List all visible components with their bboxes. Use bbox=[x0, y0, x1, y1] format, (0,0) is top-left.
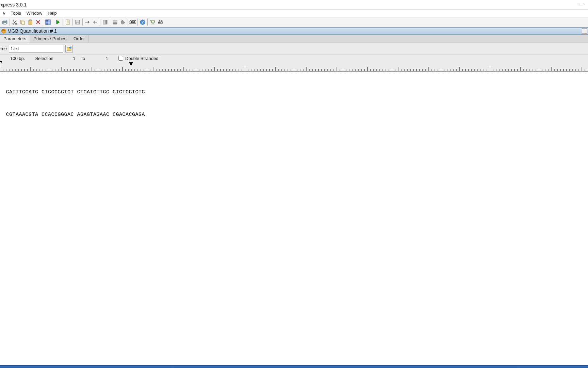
svg-rect-6 bbox=[22, 21, 24, 25]
menubar: v Tools Window Help bbox=[0, 10, 588, 17]
print-button[interactable] bbox=[1, 18, 9, 26]
svg-point-20 bbox=[152, 23, 153, 24]
registered-icon bbox=[1, 29, 6, 33]
selection-info-row: 100 bp. Selection 1 to 1 Double Stranded bbox=[0, 55, 588, 62]
svg-point-21 bbox=[153, 23, 154, 24]
browse-file-button[interactable] bbox=[65, 45, 73, 52]
separator bbox=[63, 19, 63, 26]
window-title: xpress 3.0.1 bbox=[0, 2, 27, 7]
selection-label: Selection bbox=[35, 56, 53, 61]
separator bbox=[53, 19, 53, 26]
name-label: me bbox=[1, 46, 7, 51]
menu-window[interactable]: Window bbox=[24, 10, 45, 16]
svg-rect-13 bbox=[77, 22, 79, 24]
double-stranded-label: Double Stranded bbox=[125, 56, 159, 61]
menu-view[interactable]: v bbox=[1, 10, 8, 16]
svg-rect-17 bbox=[113, 22, 117, 24]
export-button[interactable] bbox=[119, 18, 127, 26]
titlebar: xpress 3.0.1 — bbox=[0, 0, 588, 10]
separator bbox=[43, 19, 43, 26]
sequence-line-1: CATTTGCATG GTGGCCCTGT CTCATCTTGG CTCTGCT… bbox=[3, 89, 585, 96]
document-title-bar: MGB Quantification # 1 bbox=[0, 27, 588, 35]
separator bbox=[10, 19, 10, 26]
back-button[interactable] bbox=[92, 18, 99, 26]
svg-point-3 bbox=[13, 23, 14, 25]
copy-button[interactable] bbox=[19, 18, 26, 26]
separator bbox=[110, 19, 110, 26]
name-row: me bbox=[0, 43, 588, 55]
delete-button[interactable] bbox=[34, 18, 42, 26]
tabstrip: Parameters Primers / Probes Order bbox=[0, 35, 588, 43]
panel-control-icon[interactable] bbox=[582, 28, 587, 34]
cart-button[interactable] bbox=[149, 18, 156, 26]
svg-rect-2 bbox=[3, 23, 6, 24]
toolbar: ORF ? AB bbox=[0, 17, 588, 27]
panel-bottom-button[interactable] bbox=[111, 18, 119, 26]
name-input[interactable] bbox=[9, 45, 63, 52]
separator bbox=[72, 19, 73, 26]
grid-button[interactable] bbox=[44, 18, 52, 26]
tab-order[interactable]: Order bbox=[70, 35, 88, 43]
tab-primers-probes[interactable]: Primers / Probes bbox=[30, 35, 70, 43]
ruler: 7 bbox=[0, 62, 588, 72]
forward-button[interactable] bbox=[84, 18, 91, 26]
svg-rect-0 bbox=[3, 20, 6, 21]
sequence-view[interactable]: CATTTGCATG GTGGCCCTGT CTCATCTTGG CTCTGCT… bbox=[0, 72, 588, 128]
window-controls: — bbox=[574, 2, 587, 8]
selection-from: 1 bbox=[66, 56, 75, 61]
separator bbox=[147, 19, 148, 26]
menu-tools[interactable]: Tools bbox=[9, 10, 23, 16]
cut-button[interactable] bbox=[11, 18, 18, 26]
paste-button[interactable] bbox=[27, 18, 34, 26]
svg-rect-15 bbox=[105, 20, 107, 24]
run-button[interactable] bbox=[54, 18, 62, 26]
separator bbox=[137, 19, 138, 26]
ruler-start-label: 7 bbox=[0, 61, 2, 65]
separator bbox=[128, 19, 128, 26]
separator bbox=[82, 19, 83, 26]
svg-rect-10 bbox=[66, 20, 69, 25]
double-stranded-checkbox[interactable] bbox=[118, 56, 123, 61]
svg-rect-8 bbox=[29, 20, 31, 21]
svg-point-4 bbox=[15, 23, 17, 25]
separator bbox=[100, 19, 100, 26]
selection-to-label: to bbox=[81, 56, 85, 61]
selection-to: 1 bbox=[99, 56, 108, 61]
svg-text:?: ? bbox=[142, 20, 144, 24]
document-title: MGB Quantification # 1 bbox=[7, 28, 57, 34]
ab-button[interactable]: AB bbox=[157, 18, 164, 26]
double-stranded-control[interactable]: Double Stranded bbox=[118, 56, 159, 61]
sequence-line-2: CGTAAACGTA CCACCGGGAC AGAGTAGAAC CGACACG… bbox=[3, 111, 585, 119]
minimize-button[interactable]: — bbox=[574, 2, 587, 8]
orf-button[interactable]: ORF bbox=[129, 18, 136, 26]
save-button[interactable] bbox=[74, 18, 81, 26]
panel-right-button[interactable] bbox=[101, 18, 109, 26]
menu-help[interactable]: Help bbox=[45, 10, 59, 16]
statusbar bbox=[0, 365, 588, 368]
document-button[interactable] bbox=[64, 18, 71, 26]
tab-parameters[interactable]: Parameters bbox=[0, 35, 30, 43]
svg-rect-12 bbox=[76, 20, 79, 22]
svg-point-23 bbox=[69, 46, 71, 48]
help-button[interactable]: ? bbox=[139, 18, 146, 26]
bp-label: 100 bp. bbox=[10, 56, 25, 61]
